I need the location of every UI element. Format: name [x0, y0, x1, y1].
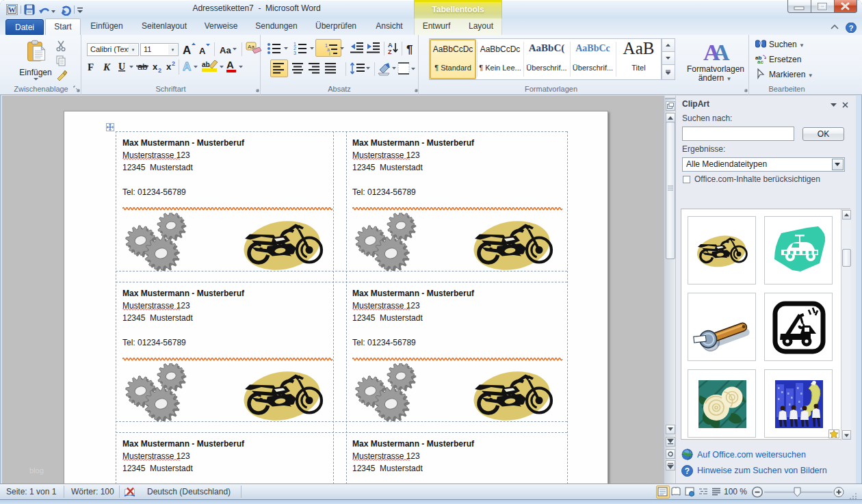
- svg-text:ab: ab: [138, 62, 147, 72]
- svg-text:Aa: Aa: [248, 44, 254, 50]
- svg-text:U: U: [118, 62, 125, 72]
- svg-text:ac: ac: [757, 59, 763, 64]
- svg-text:?: ?: [849, 24, 854, 32]
- svg-text:W: W: [8, 5, 16, 14]
- svg-text:¶: ¶: [406, 43, 413, 56]
- svg-text:A: A: [183, 44, 191, 57]
- svg-text:K: K: [103, 62, 111, 72]
- svg-text:x: x: [153, 62, 158, 72]
- svg-text:ab: ab: [202, 61, 210, 68]
- svg-text:A: A: [199, 46, 206, 56]
- svg-text:Z: Z: [388, 49, 392, 55]
- svg-text:Aa: Aa: [220, 45, 231, 55]
- svg-text:x: x: [166, 62, 172, 72]
- svg-text:A: A: [226, 59, 234, 70]
- svg-text:A: A: [183, 60, 191, 73]
- svg-text:2: 2: [158, 67, 161, 74]
- svg-text:A: A: [713, 40, 730, 64]
- svg-text:F: F: [88, 62, 94, 72]
- svg-text:2: 2: [293, 46, 296, 51]
- svg-text:A: A: [388, 42, 393, 49]
- svg-text:2: 2: [172, 60, 175, 67]
- svg-text:?: ?: [685, 466, 690, 476]
- svg-text:i: i: [329, 51, 330, 56]
- svg-text:3: 3: [293, 51, 296, 55]
